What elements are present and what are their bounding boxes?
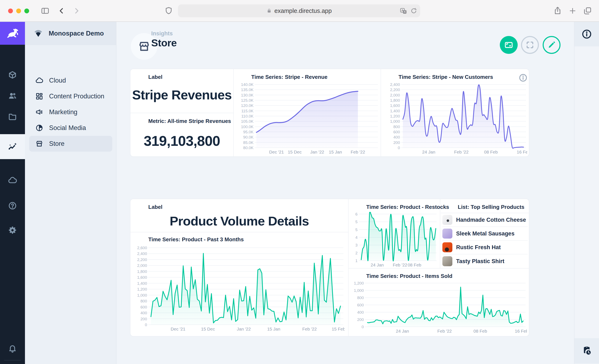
svg-text:Feb '22: Feb '22 [454,150,469,154]
grid-icon [35,92,43,100]
address-bar[interactable]: example.directus.app AA [178,4,420,17]
divider [381,69,381,156]
module-content-button[interactable] [0,65,25,86]
lock-icon [266,8,272,14]
forward-icon[interactable] [72,7,81,15]
panel-header-text: Time Series: Stripe - Revenue [251,74,328,80]
sidebar-item-content-production[interactable]: Content Production [29,89,112,104]
dashboard-nav: Cloud Content Production Marketing Socia… [29,73,112,152]
svg-text:125.0K: 125.0K [241,98,254,103]
svg-text:6: 6 [355,212,358,216]
sidebar-item-label: Marketing [49,108,77,116]
pencil-icon [547,41,556,49]
bell-icon [8,344,17,353]
directus-logo[interactable] [0,22,25,45]
svg-text:2,000: 2,000 [390,93,400,97]
svg-text:100.0K: 100.0K [241,124,254,129]
svg-text:400: 400 [357,310,364,314]
svg-text:105.0K: 105.0K [241,119,254,124]
panel-info-icon[interactable] [519,73,528,82]
product-name: Sleek Metal Sausages [456,231,515,237]
svg-text:Feb '22: Feb '22 [351,150,365,154]
svg-text:800: 800 [393,124,400,129]
svg-text:5: 5 [355,228,358,232]
back-icon[interactable] [57,7,66,15]
privacy-shield-icon[interactable] [164,6,173,15]
svg-text:2,400: 2,400 [137,251,147,256]
tab-overview-icon[interactable] [583,7,592,15]
module-insights-button[interactable] [0,134,25,159]
sidebar-item-cloud[interactable]: Cloud [29,73,112,89]
svg-text:15 Jan: 15 Jan [267,327,280,331]
list-item[interactable]: Handmade Cotton Cheese [442,213,528,227]
sidebar-item-marketing[interactable]: Marketing [29,104,112,120]
svg-text:600: 600 [357,303,364,307]
breadcrumb[interactable]: Insights [151,30,173,37]
sidebar-item-label: Cloud [49,77,66,84]
activity-log-button[interactable] [574,338,599,364]
svg-text:3: 3 [355,243,358,247]
share-icon[interactable] [553,6,562,16]
translate-icon[interactable]: AA [400,7,407,15]
notifications-button[interactable] [0,338,25,359]
module-settings-button[interactable] [0,220,25,241]
svg-text:Feb '22: Feb '22 [302,327,317,331]
svg-text:24 Jan: 24 Jan [396,329,409,333]
svg-text:08 Feb: 08 Feb [474,329,487,333]
svg-text:800: 800 [141,299,147,303]
sidebar-item-social-media[interactable]: Social Media [29,120,112,136]
navigation-sidebar: Monospace Demo Cloud Content Production … [25,22,116,364]
sidebar-item-label: Store [49,140,64,147]
sidebar-toggle-icon[interactable] [41,7,50,15]
storefront-icon [35,140,43,148]
module-users-button[interactable] [0,86,25,106]
bar-chart-icon [447,203,454,211]
svg-text:1,000: 1,000 [390,119,400,124]
module-files-button[interactable] [0,106,25,127]
fit-to-screen-button[interactable] [500,36,518,54]
new-tab-icon[interactable] [569,7,577,15]
url-text: example.directus.app [274,8,332,14]
svg-text:Dec '21: Dec '21 [269,150,284,154]
divider [233,69,234,156]
cloud-icon [35,77,43,84]
panel-header-text: Label [148,74,162,80]
bar-chart-icon [138,73,145,81]
divider [348,268,530,268]
list-item[interactable]: Sleek Metal Sausages [442,227,528,241]
project-header[interactable]: Monospace Demo [25,22,116,45]
svg-text:110.0K: 110.0K [241,114,254,118]
svg-text:08 Feb: 08 Feb [484,150,498,154]
edit-dashboard-button[interactable] [543,36,561,54]
panel-header-label: Label [138,73,162,81]
fullscreen-icon [526,41,534,49]
svg-text:Dec '21: Dec '21 [171,327,185,331]
insights-icon [8,142,17,151]
svg-text:120.0K: 120.0K [241,103,254,108]
reload-icon[interactable] [410,8,417,14]
svg-text:1: 1 [355,258,358,263]
minimize-window-button[interactable] [16,9,21,13]
svg-text:90.0K: 90.0K [243,135,254,139]
info-sidebar-button[interactable] [574,22,599,46]
product-name: Handmade Cotton Cheese [456,217,526,223]
page-title: Store [151,37,177,49]
module-help-button[interactable] [0,195,25,216]
list-item[interactable]: Rustic Fresh Hat [442,241,528,254]
svg-text:2: 2 [355,251,358,255]
zoom-window-button[interactable] [24,9,29,13]
module-cloud-button[interactable] [0,170,25,191]
product-name: Tasty Plastic Shirt [456,258,504,265]
clipboard-clock-icon [581,346,592,356]
close-window-button[interactable] [8,9,13,13]
svg-text:16 Feb: 16 Feb [517,150,527,154]
list-item[interactable]: Tasty Plastic Shirt [442,254,528,268]
svg-text:85.0K: 85.0K [243,140,254,145]
svg-text:2,000: 2,000 [137,263,147,268]
svg-text:0: 0 [361,325,364,329]
sidebar-item-store[interactable]: Store [29,136,112,152]
divider [348,199,349,336]
product-thumbnail [442,242,452,252]
fullscreen-button[interactable] [521,36,539,54]
svg-text:80.0K: 80.0K [243,146,254,150]
